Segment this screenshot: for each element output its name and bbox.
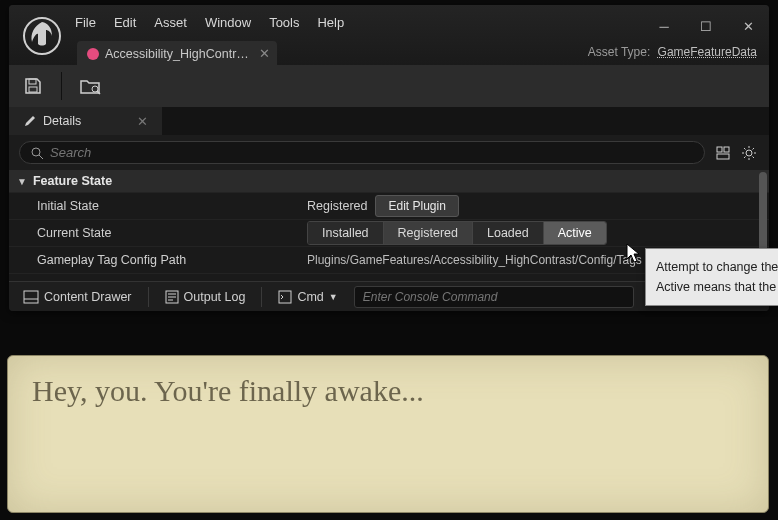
state-option-loaded[interactable]: Loaded: [472, 222, 543, 244]
drawer-icon: [23, 290, 39, 304]
svg-rect-7: [717, 147, 722, 152]
current-state-segmented: Installed Registered Loaded Active: [307, 221, 607, 245]
content-drawer-label: Content Drawer: [44, 290, 132, 304]
svg-line-6: [39, 155, 43, 159]
pencil-icon: [23, 114, 37, 128]
category-label: Feature State: [33, 174, 112, 188]
state-option-registered[interactable]: Registered: [383, 222, 472, 244]
tooltip-line1: Attempt to change the c: [656, 257, 778, 277]
svg-rect-2: [29, 87, 37, 92]
tooltip: Attempt to change the c Active means tha…: [645, 248, 778, 306]
game-preview: Hey, you. You're finally awake...: [7, 355, 769, 513]
svg-rect-17: [279, 291, 291, 303]
toolbar: [9, 65, 769, 107]
close-button[interactable]: ✕: [733, 15, 763, 37]
state-option-active[interactable]: Active: [543, 222, 606, 244]
cmd-label: Cmd: [297, 290, 323, 304]
asset-tab[interactable]: Accessibility_HighContr… ✕: [77, 41, 277, 66]
output-log-button[interactable]: Output Log: [159, 287, 252, 307]
divider: [261, 287, 262, 307]
asset-tab-close-icon[interactable]: ✕: [259, 46, 270, 61]
window-controls: ─ ☐ ✕: [649, 15, 763, 37]
content-drawer-button[interactable]: Content Drawer: [17, 287, 138, 307]
menu-asset[interactable]: Asset: [154, 15, 187, 30]
menu-tools[interactable]: Tools: [269, 15, 299, 30]
log-icon: [165, 290, 179, 304]
menu-file[interactable]: File: [75, 15, 96, 30]
details-tab-close-icon[interactable]: ✕: [137, 114, 148, 129]
menu-help[interactable]: Help: [317, 15, 344, 30]
console-input[interactable]: [354, 286, 634, 308]
edit-plugin-button[interactable]: Edit Plugin: [375, 195, 458, 217]
menu-edit[interactable]: Edit: [114, 15, 136, 30]
svg-rect-9: [717, 154, 729, 159]
chevron-down-icon: ▼: [17, 176, 27, 187]
details-tab-row: Details ✕: [9, 107, 769, 135]
asset-type-label: Asset Type:: [588, 45, 650, 59]
svg-rect-8: [724, 147, 729, 152]
unreal-logo-icon: [19, 13, 65, 59]
maximize-button[interactable]: ☐: [691, 15, 721, 37]
asset-tab-row: Accessibility_HighContr… ✕: [77, 41, 277, 66]
view-options-icon[interactable]: [713, 143, 733, 163]
toolbar-divider: [61, 72, 62, 100]
chevron-down-icon: ▼: [329, 292, 338, 302]
terminal-icon: [278, 290, 292, 304]
game-dialogue-text: Hey, you. You're finally awake...: [32, 374, 744, 408]
current-state-label: Current State: [9, 226, 307, 240]
browse-icon[interactable]: [78, 74, 102, 98]
minimize-button[interactable]: ─: [649, 15, 679, 37]
details-tab-label: Details: [43, 114, 81, 128]
initial-state-label: Initial State: [9, 199, 307, 213]
asset-type: Asset Type: GameFeatureData: [588, 45, 757, 59]
settings-gear-icon[interactable]: [739, 143, 759, 163]
menu-window[interactable]: Window: [205, 15, 251, 30]
state-option-installed[interactable]: Installed: [308, 222, 383, 244]
svg-point-5: [32, 148, 40, 156]
row-current-state: Current State Installed Registered Loade…: [9, 219, 769, 246]
details-tab[interactable]: Details ✕: [9, 107, 162, 135]
tag-path-value: Plugins/GameFeatures/Accessibility_HighC…: [307, 253, 642, 267]
divider: [148, 287, 149, 307]
row-initial-state: Initial State Registered Edit Plugin: [9, 192, 769, 219]
asset-type-link[interactable]: GameFeatureData: [658, 45, 757, 59]
search-input[interactable]: [50, 145, 694, 160]
save-icon[interactable]: [21, 74, 45, 98]
cmd-dropdown[interactable]: Cmd ▼: [272, 287, 343, 307]
asset-tab-label: Accessibility_HighContr…: [105, 47, 249, 61]
titlebar: File Edit Asset Window Tools Help ─ ☐ ✕ …: [9, 5, 769, 65]
tag-path-label: Gameplay Tag Config Path: [9, 253, 307, 267]
output-log-label: Output Log: [184, 290, 246, 304]
svg-point-10: [746, 150, 752, 156]
search-box[interactable]: [19, 141, 705, 164]
initial-state-value: Registered: [307, 199, 367, 213]
tooltip-line2: Active means that the p: [656, 277, 778, 297]
menubar: File Edit Asset Window Tools Help: [75, 5, 344, 30]
category-header-feature-state[interactable]: ▼ Feature State: [9, 170, 769, 192]
search-icon: [30, 146, 44, 160]
asset-tab-dot-icon: [87, 48, 99, 60]
search-toolbar: [713, 143, 759, 163]
search-row: [9, 135, 769, 170]
svg-rect-11: [24, 291, 38, 303]
